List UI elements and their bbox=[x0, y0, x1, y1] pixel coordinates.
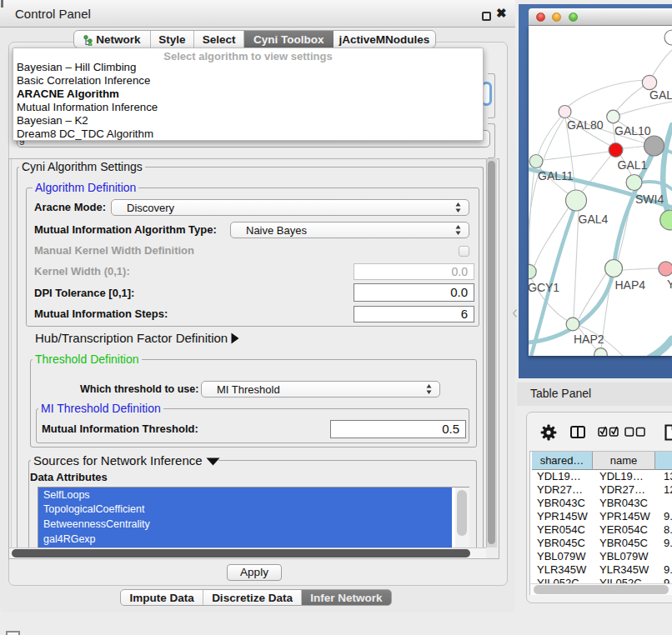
svg-text:GAL10: GAL10 bbox=[614, 124, 651, 138]
svg-text:GAL11: GAL11 bbox=[538, 169, 574, 182]
svg-text:GCY1: GCY1 bbox=[529, 281, 559, 294]
svg-text:GAL4: GAL4 bbox=[579, 212, 609, 226]
svg-text:GAL1: GAL1 bbox=[618, 158, 648, 172]
svg-text:Y: Y bbox=[667, 278, 672, 291]
svg-text:HAP4: HAP4 bbox=[615, 278, 646, 292]
svg-text:GAL7: GAL7 bbox=[649, 88, 672, 102]
svg-text:SWI4: SWI4 bbox=[635, 192, 664, 206]
svg-text:HAP2: HAP2 bbox=[574, 332, 604, 346]
svg-text:GAL80: GAL80 bbox=[567, 118, 604, 132]
